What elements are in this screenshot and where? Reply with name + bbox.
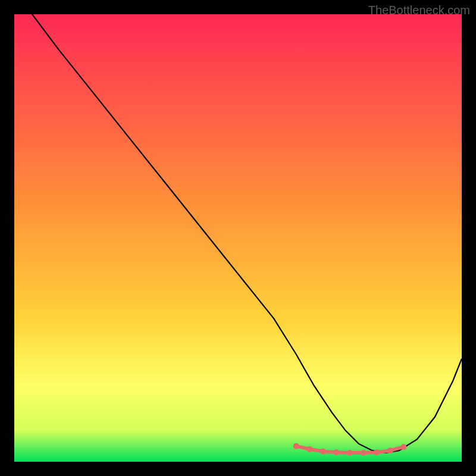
optimal-zone-point (293, 443, 299, 449)
chart-plot-area (14, 14, 462, 462)
optimal-zone-point (333, 449, 339, 455)
chart-svg (14, 14, 462, 462)
chart-background (14, 14, 462, 462)
optimal-zone-point (320, 449, 326, 455)
watermark-text: TheBottleneck.com (368, 4, 470, 17)
optimal-zone-point (347, 450, 353, 456)
optimal-zone-point (374, 449, 380, 455)
optimal-zone-point (400, 444, 406, 450)
optimal-zone-point (387, 447, 393, 453)
optimal-zone-point (361, 450, 367, 456)
optimal-zone-point (306, 446, 312, 452)
